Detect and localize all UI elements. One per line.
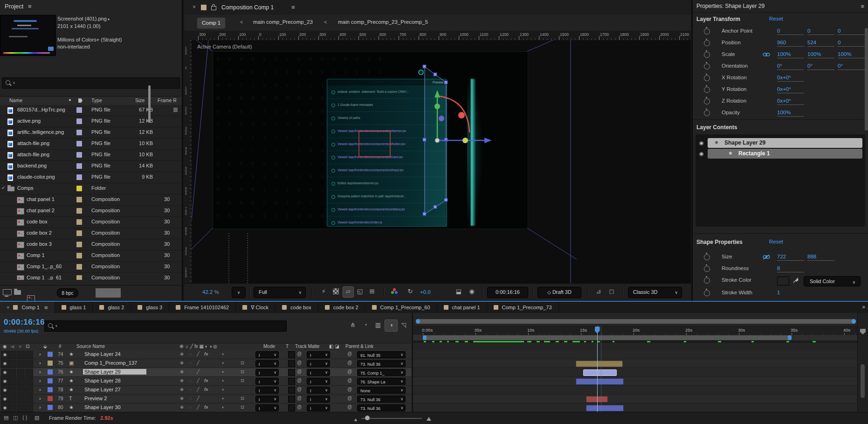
track-matte-dropdown[interactable]: I∨	[307, 396, 330, 403]
comp-marker-bin-icon[interactable]	[860, 329, 866, 334]
av-features-icon[interactable]: ⊕	[180, 387, 184, 392]
property-value[interactable]: 0x+0°	[777, 75, 804, 82]
project-item-row[interactable]: code box 2Composition30	[0, 228, 182, 239]
eye-toggle[interactable]: ◉	[1, 395, 9, 403]
layer-row-77[interactable]: ◉›77★Shape Layer 28⊕☼╱fx◐⊡I∨@I∨@76. Shap…	[0, 377, 411, 386]
current-time-button[interactable]: 0:00:16:16	[487, 287, 528, 298]
transfer-controls-icon[interactable]: ▧	[34, 415, 39, 421]
column-frame-rate[interactable]: Frame R	[158, 97, 177, 103]
layer-duration-bar[interactable]	[586, 405, 624, 411]
motion-blur-icon[interactable]: ◑	[385, 320, 398, 332]
active-camera-label[interactable]: Active Camera (Default)	[197, 44, 252, 49]
track-matte-dropdown[interactable]: I∨	[307, 378, 330, 385]
preserve-transparency-toggle[interactable]	[288, 396, 295, 403]
preserve-transparency-toggle[interactable]	[288, 360, 295, 367]
exposure-value[interactable]: +0.0	[420, 287, 431, 297]
quality-icon[interactable]: ╱	[197, 387, 200, 392]
column-number[interactable]: #	[59, 344, 62, 349]
solo-toggle[interactable]	[17, 351, 25, 359]
shy-layers-icon[interactable]: ◔	[359, 320, 372, 331]
layer-row-79[interactable]: ◉›79TPreview 2⊕☼╱◐⊡I∨@I∨@73. Null 36∨	[0, 395, 411, 403]
property-value[interactable]: 0	[807, 28, 834, 35]
stroke-color-swatch[interactable]	[777, 277, 789, 285]
column-track-matte[interactable]: Track Matte	[295, 344, 319, 349]
twirl-icon[interactable]: ›	[39, 387, 41, 392]
preserve-transparency-toggle[interactable]	[288, 404, 295, 411]
motion-blur-toggle[interactable]: ◐	[222, 404, 225, 410]
matte-pickwhip-icon[interactable]: @	[297, 387, 302, 392]
column-t[interactable]: T	[286, 344, 289, 349]
stopwatch-icon[interactable]	[704, 52, 710, 58]
project-item-row[interactable]: active.pngPNG file12 KB	[0, 116, 182, 127]
label-color-chip[interactable]	[76, 152, 82, 158]
project-item-row[interactable]: attach-file.pngPNG file10 KB	[0, 139, 182, 150]
twirl-icon[interactable]: ›	[39, 369, 41, 375]
red-handle[interactable]	[458, 112, 465, 118]
track-row-76[interactable]	[413, 368, 859, 377]
tab-overflow-icon[interactable]: »	[862, 304, 865, 310]
layer-name[interactable]: Shape Layer 29	[83, 369, 146, 375]
track-matte-dropdown[interactable]: I∨	[307, 360, 330, 367]
collapse-toggle[interactable]: ⊡	[241, 378, 244, 383]
magnification-dropdown[interactable]: ∨	[232, 287, 246, 298]
eye-toggle[interactable]: ◉	[1, 351, 9, 359]
track-matte-dropdown[interactable]: I∨	[307, 387, 330, 394]
matte-pickwhip-icon[interactable]: @	[297, 360, 302, 365]
solo-toggle[interactable]	[17, 368, 25, 376]
composition-tab-title[interactable]: Composition Comp 1	[221, 4, 274, 11]
lock-toggle[interactable]	[25, 395, 33, 403]
vertical-ruler[interactable]: 1 0 001 0 02 0 03 0 04 0 05 0 06 0 07 0 …	[184, 40, 192, 284]
matte-pickwhip-icon[interactable]: @	[297, 404, 302, 410]
parent-pickwhip-icon[interactable]: @	[347, 378, 352, 383]
channel-icon[interactable]	[389, 286, 400, 297]
solo-toggle[interactable]	[17, 386, 25, 394]
stroke-fill-type-dropdown[interactable]: Solid Color ∨	[804, 276, 861, 286]
matte-pickwhip-icon[interactable]: @	[297, 351, 302, 356]
property-value[interactable]: 0	[838, 40, 865, 47]
region-of-interest-icon[interactable]: ◱	[355, 286, 365, 297]
render-icon[interactable]: ◫	[13, 415, 18, 421]
label-color-chip[interactable]	[76, 118, 82, 124]
label-color-chip[interactable]	[76, 141, 82, 146]
audio-toggle[interactable]	[8, 395, 16, 403]
av-features-icon[interactable]: ⊕	[180, 404, 184, 410]
layer-name[interactable]: Comp 1_Precomp_137	[83, 360, 146, 366]
parent-pickwhip-icon[interactable]: @	[347, 369, 352, 374]
layer-duration-bar[interactable]	[583, 369, 617, 376]
stopwatch-icon[interactable]	[704, 40, 710, 46]
column-mode[interactable]: Mode	[263, 344, 275, 349]
draft-3d-button[interactable]: ◇ Draft 3D	[537, 287, 581, 298]
label-color-chip[interactable]	[76, 186, 82, 191]
property-value[interactable]: 524	[807, 40, 834, 47]
label-column-icon[interactable]: ⬙	[43, 344, 47, 349]
layer-color-chip[interactable]	[48, 396, 53, 401]
eye-column-icon[interactable]: ◉	[3, 344, 7, 349]
column-size[interactable]: Size	[135, 97, 145, 103]
fast-previews-icon[interactable]: ⚡	[318, 286, 329, 297]
layer-color-chip[interactable]	[48, 352, 53, 357]
twirl-icon[interactable]: ›	[39, 404, 41, 410]
motion-blur-toggle[interactable]: ◐	[222, 396, 225, 401]
horizontal-ruler[interactable]: 3002001000100200300400500600700800900100…	[192, 31, 691, 41]
breadcrumb-precomp-23[interactable]: main comp_Precomp_23	[253, 19, 313, 25]
property-value[interactable]: 960	[777, 40, 804, 47]
panel-menu-icon[interactable]: ≡	[861, 3, 864, 10]
eye-toggle[interactable]: ◉	[1, 404, 9, 412]
current-time-display[interactable]: 0:00:16:16	[4, 318, 45, 327]
mode-dropdown[interactable]: I∨	[255, 387, 279, 394]
mode-dropdown[interactable]: I∨	[255, 396, 279, 403]
parent-pickwhip-icon[interactable]: @	[347, 387, 352, 392]
layer-row-78[interactable]: ◉›78★Shape Layer 27⊕☼╱fx◐I∨@I∨@None∨	[0, 386, 411, 395]
size-height-value[interactable]: 888	[807, 254, 834, 261]
label-color-chip[interactable]	[76, 264, 82, 270]
stopwatch-icon[interactable]	[704, 290, 710, 296]
lock-toggle[interactable]	[25, 360, 33, 368]
timeline-search-input[interactable]: ∨	[44, 320, 287, 332]
audio-toggle[interactable]	[8, 377, 16, 385]
renderer-dropdown[interactable]: Classic 3D∨	[628, 287, 682, 298]
footage-thumbnail[interactable]	[0, 15, 56, 56]
timeline-tab-glass-3[interactable]: glass 3	[131, 302, 169, 313]
guides-grid-icon[interactable]: ⊞	[367, 286, 377, 297]
label-color-chip[interactable]	[76, 219, 82, 225]
label-color-chip[interactable]	[76, 130, 82, 135]
